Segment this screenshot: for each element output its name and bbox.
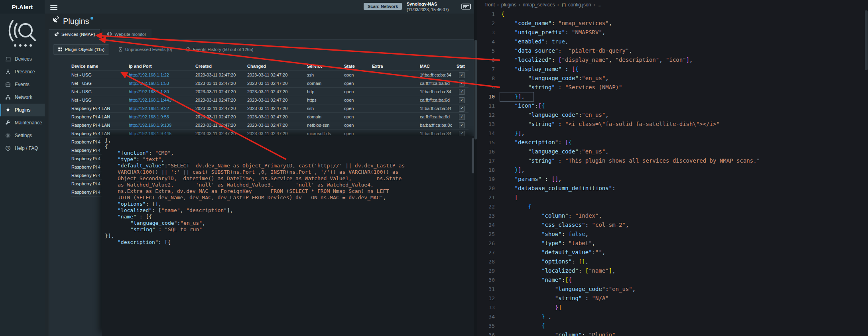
status-checkbox[interactable]: ✓ <box>459 81 465 86</box>
ip-port-cell: http://192.168.1.9:22 <box>129 104 195 113</box>
service-cell: netbios-ssn <box>307 121 344 130</box>
column-header-created[interactable]: Created <box>195 62 247 71</box>
app-scrollbar[interactable] <box>474 0 477 336</box>
editor-scrollbar[interactable] <box>864 0 868 336</box>
device-name-cell: Net - USG <box>71 79 129 88</box>
ip-port-link[interactable]: http://192.168.1.9:22 <box>129 106 169 111</box>
sidebar-item-label: Help / FAQ <box>15 145 38 151</box>
line-number: 36 <box>477 330 501 336</box>
ip-port-link[interactable]: http://192.168.1.1:53 <box>129 81 169 86</box>
line-number: 29 <box>477 266 501 275</box>
plugin-tabs: Services (NMAP)Website monitor <box>49 29 153 39</box>
sidebar-item-maintenance[interactable]: Maintenance <box>0 116 45 129</box>
table-row[interactable]: Net - USGhttp://192.168.1.1:532023-03-11… <box>71 79 468 88</box>
table-row[interactable]: Raspberry Pi 4 LANhttp://192.168.1.9:532… <box>71 113 468 121</box>
overlay-code-line: { <box>102 143 476 150</box>
status-cell: ✓ <box>457 79 468 88</box>
overlay-code-line: "type": "text", <box>102 156 476 163</box>
editor-line: 35 { <box>477 321 868 330</box>
table-row[interactable]: Net - USGhttp://192.168.1.1:222023-03-11… <box>71 71 468 79</box>
sidebar-item-network[interactable]: Network <box>0 91 45 104</box>
tab-website-monitor[interactable]: Website monitor <box>102 29 151 39</box>
sidebar-item-help-faq[interactable]: ?Help / FAQ <box>0 142 45 155</box>
sidebar-item-events[interactable]: Events <box>0 78 45 91</box>
ip-port-link[interactable]: http://192.168.1.9:53 <box>129 114 169 119</box>
column-header-mac[interactable]: MAC <box>420 62 457 71</box>
editor-line: 7 "display_name" : [{ <box>477 65 868 74</box>
line-number: 11 <box>477 101 501 110</box>
pialert-logo <box>0 14 45 53</box>
device-name-cell: Net - USG <box>71 71 129 79</box>
breadcrumb-item-[interactable]: ... <box>597 2 601 8</box>
plugin-config-code-overlay[interactable]: },{"function": "CMD","type": "text","def… <box>102 136 476 336</box>
state-cell: open <box>344 104 372 113</box>
breadcrumb-item-plugins[interactable]: plugins <box>501 2 516 8</box>
editor-line: 8 "language_code":"en_us", <box>477 74 868 83</box>
overlay-code-line: VARCHAR(100)) || ':' || cast( SUBSTR(ns.… <box>102 169 476 175</box>
sidebar-item-devices[interactable]: Devices <box>0 53 45 65</box>
sidebar-toggle-button[interactable] <box>50 4 57 11</box>
editor-line: 6 "localized": ["display_name", "descrip… <box>477 55 868 65</box>
editor-line: 27 "default_value":"", <box>477 248 868 257</box>
sidebar-item-presence[interactable]: Presence <box>0 65 45 78</box>
status-checkbox[interactable]: ✓ <box>459 97 465 103</box>
subtab-unprocessed-events-0[interactable]: Unprocessed Events (0) <box>113 44 177 55</box>
column-header-stat[interactable]: Stat <box>457 62 468 71</box>
plugins-icon <box>5 107 12 113</box>
ip-port-link[interactable]: http://192.168.1.1:443 <box>129 98 171 102</box>
column-header-extra[interactable]: Extra <box>372 62 420 71</box>
status-checkbox[interactable]: ✓ <box>459 114 465 120</box>
table-row[interactable]: Raspberry Pi 4 LANhttp://192.168.1.9:222… <box>71 104 468 113</box>
editor-line: 5 "data_source": "pialert-db-query", <box>477 46 868 55</box>
editor-line: 30 "name":[{ <box>477 275 868 285</box>
mac-cell: ca:ff:ff:ca:ba:6d <box>420 96 457 104</box>
brand-logo[interactable]: Pi.Alert <box>0 0 45 14</box>
line-number: 24 <box>477 220 501 230</box>
status-checkbox[interactable]: ✓ <box>459 131 465 137</box>
sidebar-item-plugins[interactable]: Plugins <box>0 104 45 116</box>
line-number: 3 <box>477 28 501 37</box>
table-row[interactable]: Raspberry Pi 4 LANhttp://192.168.1.9:139… <box>71 121 468 130</box>
breadcrumb-item-front[interactable]: front <box>485 2 495 8</box>
editor-line: 17 "string" : "This plugin shows all ser… <box>477 156 868 165</box>
maintenance-icon <box>5 120 12 126</box>
column-header-ip-and-port[interactable]: Ip and Port <box>129 62 195 71</box>
ip-port-link[interactable]: http://192.168.1.1:22 <box>129 73 169 77</box>
sidebar: DevicesPresenceEventsNetworkPluginsMaint… <box>0 14 45 336</box>
extra-cell <box>372 79 420 88</box>
subtab-plugin-objects-115[interactable]: Plugin Objects (115) <box>53 44 109 55</box>
column-header-service[interactable]: Service <box>307 62 344 71</box>
status-checkbox[interactable]: ✓ <box>459 122 465 128</box>
status-cell: ✓ <box>457 121 468 130</box>
ip-port-link[interactable]: http://192.168.1.1:80 <box>129 89 169 94</box>
column-header-changed[interactable]: Changed <box>247 62 307 71</box>
line-number: 13 <box>477 120 501 129</box>
extra-cell <box>372 71 420 79</box>
mac-cell: 1f:ba:ff:ca:ba:34 <box>420 88 457 96</box>
table-row[interactable]: Net - USGhttp://192.168.1.1:802023-03-11… <box>71 88 468 96</box>
sidebar-item-settings[interactable]: Settings <box>0 129 45 142</box>
column-header-device-name[interactable]: Device name <box>71 62 129 71</box>
status-checkbox[interactable]: ✓ <box>459 106 465 112</box>
mac-cell: ca:ff:ff:ca:ba:6d <box>420 79 457 88</box>
code-editor[interactable]: front›plugins›nmap_services›{}config.jso… <box>477 0 868 336</box>
ip-port-link[interactable]: http://192.168.1.9:139 <box>129 123 171 128</box>
info-dot[interactable] <box>91 17 93 20</box>
line-number: 35 <box>477 321 501 330</box>
changed-cell: 2023-03-11 02:47:20 <box>247 71 307 79</box>
settings-icon <box>5 133 12 138</box>
line-number: 1 <box>477 10 501 19</box>
table-row[interactable]: Net - USGhttp://192.168.1.1:4432023-03-1… <box>71 96 468 104</box>
column-header-state[interactable]: State <box>344 62 372 71</box>
subtab-events-history-50-out-of-1265[interactable]: Events History (50 out of 1265) <box>181 44 258 55</box>
breadcrumb-item-config-json[interactable]: {}config.json <box>561 2 591 8</box>
ip-port-link[interactable]: http://192.168.1.9:445 <box>129 131 171 136</box>
editor-code-area[interactable]: 1{2 "code_name": "nmap_services",3 "uniq… <box>477 10 868 336</box>
line-number: 8 <box>477 74 501 83</box>
status-checkbox[interactable]: ✓ <box>459 72 465 78</box>
tab-services-nmap[interactable]: Services (NMAP) <box>49 29 100 39</box>
status-checkbox[interactable]: ✓ <box>459 89 465 95</box>
page-header: Plugins <box>52 16 93 26</box>
breadcrumb-item-nmap-services[interactable]: nmap_services <box>523 2 555 8</box>
ip-port-cell: http://192.168.1.1:80 <box>129 88 195 96</box>
